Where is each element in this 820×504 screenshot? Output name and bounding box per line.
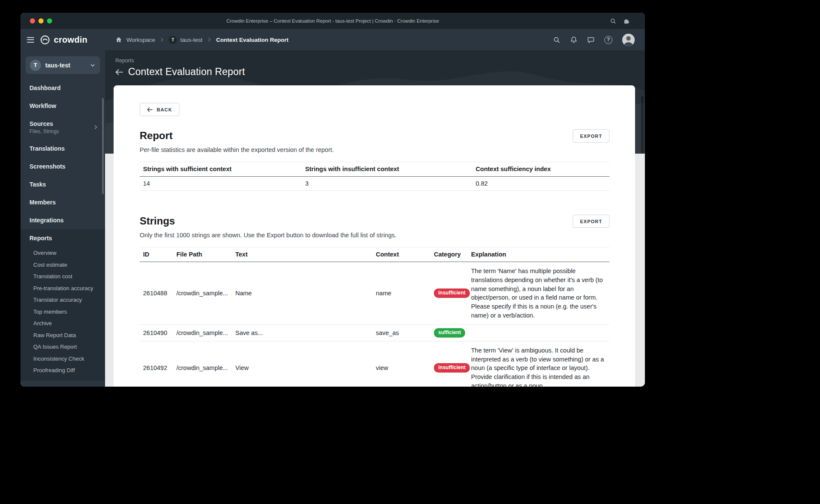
sidebar-item-tasks[interactable]: Tasks <box>20 175 105 193</box>
export-report-button[interactable]: EXPORT <box>573 129 609 143</box>
extensions-icon[interactable] <box>623 18 630 24</box>
sidebar-subitem-inconsistency-check[interactable]: Inconsistency Check <box>20 353 105 365</box>
search-icon[interactable] <box>610 18 616 24</box>
sidebar-item-members[interactable]: Members <box>20 193 105 211</box>
sidebar-item-workflow[interactable]: Workflow <box>20 97 105 115</box>
help-icon[interactable]: ? <box>604 36 612 44</box>
back-arrow-icon <box>147 107 153 112</box>
table-row: 2610488 /crowdin_sample... Name name ins… <box>140 262 609 325</box>
col-header-explanation: Explanation <box>468 248 609 262</box>
browser-window: Crowdin Enterprise – Context Evaluation … <box>20 13 645 387</box>
strings-heading: Strings <box>140 215 396 227</box>
sidebar-subitem-archive[interactable]: Archive <box>20 318 105 329</box>
bell-icon[interactable] <box>570 36 577 44</box>
sidebar-scrollbar[interactable] <box>102 98 104 194</box>
chevron-right-icon <box>207 37 212 42</box>
summary-value-insufficient: 3 <box>302 177 472 191</box>
table-row: 2610492 /crowdin_sample... View view ins… <box>140 341 609 387</box>
cell-text: Save as... <box>232 324 372 341</box>
sidebar-subitem-raw-report-data[interactable]: Raw Report Data <box>20 329 105 341</box>
crowdin-wordmark: crowdin <box>54 35 88 45</box>
breadcrumb-project[interactable]: T taus-test <box>169 36 202 44</box>
strings-subtitle: Only the first 1000 strings are shown. U… <box>140 231 396 239</box>
cell-file-path: /crowdin_sample... <box>173 324 232 341</box>
crowdin-logo-icon <box>40 35 50 45</box>
project-avatar: T <box>30 60 41 71</box>
chevron-down-icon <box>91 64 95 67</box>
sidebar-nav: Dashboard Workflow Sources Files, String… <box>20 79 105 381</box>
sidebar-item-translations[interactable]: Translations <box>20 140 105 157</box>
back-button[interactable]: BACK <box>140 103 179 116</box>
window-titlebar: Crowdin Enterprise – Context Evaluation … <box>20 13 645 29</box>
cell-context: view <box>372 341 430 387</box>
export-strings-button[interactable]: EXPORT <box>573 215 609 228</box>
cell-text: View <box>232 341 372 387</box>
report-card: BACK Report Per-file statistics are avai… <box>114 85 635 387</box>
summary-table: Strings with sufficient context Strings … <box>140 162 609 191</box>
chat-icon[interactable] <box>587 36 594 44</box>
cell-explanation <box>468 324 609 341</box>
col-header-category: Category <box>430 248 468 262</box>
project-name: taus-test <box>45 62 86 69</box>
page-scrollbar[interactable] <box>641 96 644 154</box>
sidebar-header: crowdin <box>20 29 105 50</box>
chevron-right-icon <box>159 37 164 42</box>
cell-explanation: The term 'View' is ambiguous. It could b… <box>468 341 609 387</box>
sidebar-subitem-top-members[interactable]: Top members <box>20 306 105 318</box>
search-icon[interactable] <box>553 36 560 44</box>
sidebar-item-label: Reports <box>29 235 52 242</box>
export-button-label: EXPORT <box>580 219 602 224</box>
sidebar-item-label: Tasks <box>29 181 46 188</box>
home-icon[interactable] <box>115 36 122 43</box>
minimize-window-button[interactable] <box>38 18 44 23</box>
sidebar-subitem-pre-translation-accuracy[interactable]: Pre-translation accuracy <box>20 283 105 294</box>
sidebar-item-integrations[interactable]: Integrations <box>20 211 105 229</box>
close-window-button[interactable] <box>30 18 35 23</box>
browser-toolbar-icons <box>610 18 638 24</box>
main-area: Workspace T taus-test Context Evaluation… <box>105 29 645 387</box>
zoom-window-button[interactable] <box>47 18 52 23</box>
project-badge: T <box>169 36 177 44</box>
sidebar-item-label: Dashboard <box>29 84 61 91</box>
sidebar-item-dashboard[interactable]: Dashboard <box>20 79 105 97</box>
browser-menu-icon[interactable] <box>636 20 638 22</box>
summary-col-header: Strings with insufficient context <box>302 162 472 177</box>
cell-category: sufficient <box>430 324 468 341</box>
sidebar-subitem-qa-issues-report[interactable]: QA Issues Report <box>20 341 105 353</box>
topbar-icons: ? <box>553 34 635 46</box>
cell-category: insufficient <box>430 341 468 387</box>
window-title: Crowdin Enterprise – Context Evaluation … <box>226 18 439 23</box>
status-badge: sufficient <box>434 328 465 338</box>
sidebar-item-label: Members <box>29 199 56 206</box>
sidebar-subitem-cost-estimate[interactable]: Cost estimate <box>20 259 105 271</box>
project-selector[interactable]: T taus-test <box>26 56 100 74</box>
strings-header-row: ID File Path Text Context Category Expla… <box>140 248 609 262</box>
sidebar-item-label: Integrations <box>29 217 64 224</box>
cell-text: Name <box>232 262 372 325</box>
strings-table: ID File Path Text Context Category Expla… <box>140 247 609 387</box>
sidebar: crowdin T taus-test Dashboard Workflow S… <box>20 29 105 387</box>
hamburger-menu-icon[interactable] <box>27 36 34 44</box>
topbar: Workspace T taus-test Context Evaluation… <box>105 29 645 50</box>
breadcrumb-workspace[interactable]: Workspace <box>126 37 155 43</box>
table-row: 2610490 /crowdin_sample... Save as... sa… <box>140 324 609 341</box>
app-body: crowdin T taus-test Dashboard Workflow S… <box>20 29 645 387</box>
report-heading: Report <box>140 129 334 142</box>
crowdin-logo[interactable]: crowdin <box>40 35 88 45</box>
sidebar-item-screenshots[interactable]: Screenshots <box>20 157 105 175</box>
breadcrumb-current-page: Context Evaluation Report <box>216 37 289 43</box>
hero-back-button[interactable] <box>115 69 123 76</box>
export-button-label: EXPORT <box>580 134 602 139</box>
hero-content: Reports Context Evaluation Report <box>105 50 645 78</box>
cell-explanation: The term 'Name' has multiple possible tr… <box>468 262 609 325</box>
sidebar-subitem-overview[interactable]: Overview <box>20 247 105 259</box>
breadcrumb-project-name: taus-test <box>180 37 202 43</box>
summary-value-row: 14 3 0.82 <box>140 177 609 191</box>
sidebar-subitem-translator-accuracy[interactable]: Translator accuracy <box>20 294 105 306</box>
sidebar-item-label: Workflow <box>29 102 56 109</box>
sidebar-subitem-proofreading-diff[interactable]: Proofreading Diff <box>20 364 105 376</box>
user-avatar[interactable] <box>622 34 635 46</box>
sidebar-subitem-translation-cost[interactable]: Translation cost <box>20 271 105 283</box>
sidebar-item-sources[interactable]: Sources Files, Strings <box>20 115 105 140</box>
sidebar-item-reports[interactable]: Reports <box>20 229 105 247</box>
